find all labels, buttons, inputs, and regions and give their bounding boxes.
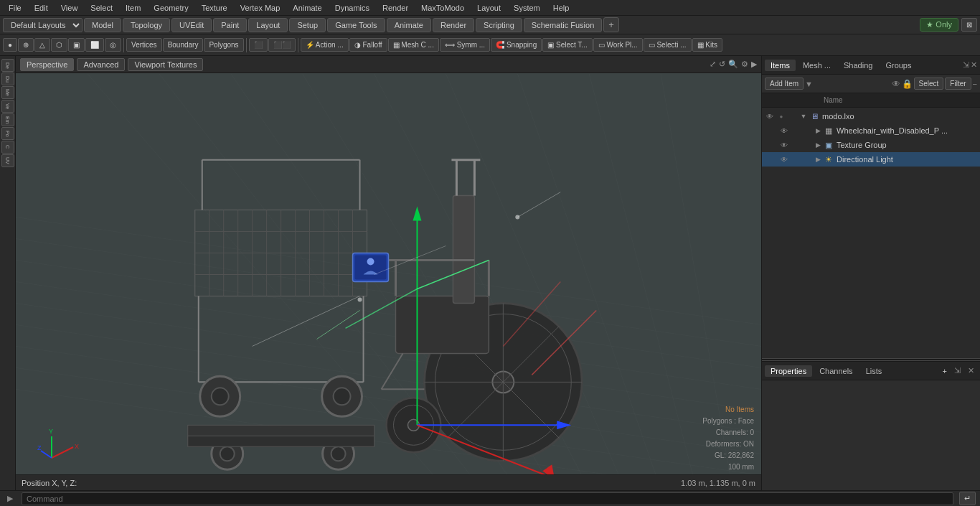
sidebar-icon-c[interactable]: C (1, 141, 14, 154)
tab-render[interactable]: Render (433, 18, 474, 32)
menu-item-select[interactable]: Select (85, 2, 118, 14)
select-button[interactable]: Select (914, 78, 944, 90)
command-run-button[interactable]: ↵ (959, 492, 976, 505)
tool-vertices[interactable]: Vertices (126, 38, 162, 52)
eye-texture-group[interactable]: 👁 (779, 140, 789, 150)
sidebar-icon-po[interactable]: Po (1, 127, 14, 140)
menu-item-view[interactable]: View (55, 2, 84, 14)
tool-double-square[interactable]: ⬛⬛ (268, 38, 296, 52)
tool-snapping[interactable]: 🧲 Snapping (491, 38, 542, 52)
command-input[interactable] (22, 492, 953, 505)
props-close-icon[interactable]: ✕ (965, 366, 977, 375)
menu-item-geometry[interactable]: Geometry (148, 2, 194, 14)
lock-icon[interactable]: 🔒 (902, 79, 913, 89)
sidebar-icon-ve[interactable]: Ve (1, 100, 14, 113)
eye-directional-light[interactable]: 👁 (779, 154, 789, 164)
tool-black-square[interactable]: ⬛ (249, 38, 268, 52)
tool-work-plane[interactable]: ▭ Work Pl... (593, 38, 643, 52)
viewport-settings-icon[interactable]: ⚙ (741, 60, 748, 69)
tab-uvedit[interactable]: UVEdit (171, 18, 212, 32)
add-item-button[interactable]: Add Item (765, 78, 804, 90)
sidebar-icon-me[interactable]: Me (1, 86, 14, 99)
viewport-play-icon[interactable]: ▶ (751, 60, 757, 69)
menu-item-vertex map[interactable]: Vertex Map (235, 2, 286, 14)
sidebar-icon-em[interactable]: Em (1, 113, 14, 126)
expand-directional-light[interactable]: ▶ (814, 156, 822, 163)
tool-hex[interactable]: ⬡ (51, 38, 67, 52)
tab-model[interactable]: Model (84, 18, 121, 32)
tool-action[interactable]: ⚡ Action ... (301, 38, 349, 52)
tool-square-outline[interactable]: ▣ (68, 38, 85, 52)
items-minus-icon[interactable]: − (973, 80, 977, 88)
tool-mesh-constraint[interactable]: ▦ Mesh C ... (388, 38, 439, 52)
viewport-refresh-icon[interactable]: ↺ (719, 60, 725, 69)
tool-falloff[interactable]: ◑ Falloff (349, 38, 387, 52)
props-tab-channels[interactable]: Channels (814, 365, 858, 377)
tab-topology[interactable]: Topology (123, 18, 170, 32)
tool-circle-dot[interactable]: ◎ (105, 38, 121, 52)
tool-select-tool[interactable]: ▣ Select T... (542, 38, 593, 52)
panel-tab-groups[interactable]: Groups (880, 60, 917, 71)
sidebar-icon-de[interactable]: De (1, 59, 14, 72)
expand-wheelchair[interactable]: ▶ (814, 127, 822, 134)
menu-item-item[interactable]: Item (120, 2, 146, 14)
menu-item-texture[interactable]: Texture (196, 2, 233, 14)
expand-texture-group[interactable]: ▶ (814, 141, 822, 149)
tool-crosshair[interactable]: ⊕ (18, 38, 34, 52)
tool-boundary[interactable]: Boundary (163, 38, 204, 52)
tool-polygons[interactable]: Polygons (204, 38, 243, 52)
tab-paint[interactable]: Paint (213, 18, 247, 32)
tool-triangle[interactable]: △ (34, 38, 50, 52)
tab-animate[interactable]: Animate (387, 18, 431, 32)
menu-item-render[interactable]: Render (377, 2, 414, 14)
tree-item-modo-lxo[interactable]: 👁 ● · ▼ 🖥 modo.lxo (762, 109, 980, 123)
viewport-zoom-icon[interactable]: 🔍 (728, 60, 738, 69)
scene-canvas[interactable]: X Y Z No Items Polygons : Face Channels:… (16, 73, 761, 490)
filter-button[interactable]: Filter (945, 78, 971, 90)
menu-item-help[interactable]: Help (547, 2, 575, 14)
tool-dot[interactable]: ● (3, 38, 17, 52)
viewport-fit-icon[interactable]: ⤢ (710, 60, 716, 69)
viewport-tab-textures[interactable]: Viewport Textures (128, 58, 203, 71)
eye2-modo-lxo[interactable]: ● (776, 111, 786, 121)
tree-item-directional-light[interactable]: 👁 · · ▶ ☀ Directional Light (762, 152, 980, 167)
props-add-icon[interactable]: + (940, 367, 950, 375)
props-expand-icon[interactable]: ⇲ (951, 366, 963, 375)
viewport-tab-advanced[interactable]: Advanced (77, 58, 125, 71)
maximize-button[interactable]: ⊠ (961, 18, 977, 32)
tab-scripting[interactable]: Scripting (476, 18, 522, 32)
sidebar-icon-du[interactable]: Du (1, 72, 14, 85)
tool-kits[interactable]: ▦ Kits (692, 38, 722, 52)
tool-white-square[interactable]: ⬜ (85, 38, 104, 52)
props-tab-properties[interactable]: Properties (765, 365, 812, 377)
tab-game-tools[interactable]: Game Tools (327, 18, 385, 32)
panel-tab-items[interactable]: Items (765, 60, 796, 71)
tab-layout[interactable]: Layout (248, 18, 288, 32)
viewport-tab-perspective[interactable]: Perspective (20, 58, 74, 71)
menu-item-layout[interactable]: Layout (471, 2, 507, 14)
eye-wheelchair[interactable]: 👁 (779, 126, 789, 136)
props-tab-lists[interactable]: Lists (860, 365, 888, 377)
tab-schematic-fusion[interactable]: Schematic Fusion (524, 18, 602, 32)
menu-item-edit[interactable]: Edit (29, 2, 54, 14)
items-tree[interactable]: 👁 ● · ▼ 🖥 modo.lxo 👁 · · ▶ ▦ Wheelchair_… (762, 108, 980, 235)
menu-item-file[interactable]: File (3, 2, 27, 14)
menu-item-animate[interactable]: Animate (287, 2, 327, 14)
tool-selection[interactable]: ▭ Selecti ... (644, 38, 692, 52)
sidebar-icon-uv[interactable]: UV (1, 154, 14, 167)
eye-icon[interactable]: 👁 (892, 79, 900, 89)
layout-dropdown[interactable]: Default Layouts (3, 18, 83, 32)
panel-tab-mesh[interactable]: Mesh ... (797, 60, 837, 71)
tab-setup[interactable]: Setup (289, 18, 326, 32)
panel-close-icon[interactable]: ✕ (971, 60, 977, 70)
tree-item-wheelchair[interactable]: 👁 · · ▶ ▦ Wheelchair_with_Disabled_P ... (762, 123, 980, 138)
menu-item-system[interactable]: System (508, 2, 546, 14)
menu-item-maxtomodo[interactable]: MaxToModo (415, 2, 470, 14)
panel-expand-icon[interactable]: ⇲ (963, 60, 969, 70)
tree-item-texture-group[interactable]: 👁 · · ▶ ▣ Texture Group (762, 138, 980, 152)
menu-item-dynamics[interactable]: Dynamics (329, 2, 375, 14)
add-item-dropdown-icon[interactable]: ▼ (805, 80, 813, 88)
viewport[interactable]: Perspective Advanced Viewport Textures ⤢… (16, 56, 761, 490)
expand-modo-lxo[interactable]: ▼ (799, 113, 808, 120)
add-tab-button[interactable]: + (603, 17, 619, 32)
